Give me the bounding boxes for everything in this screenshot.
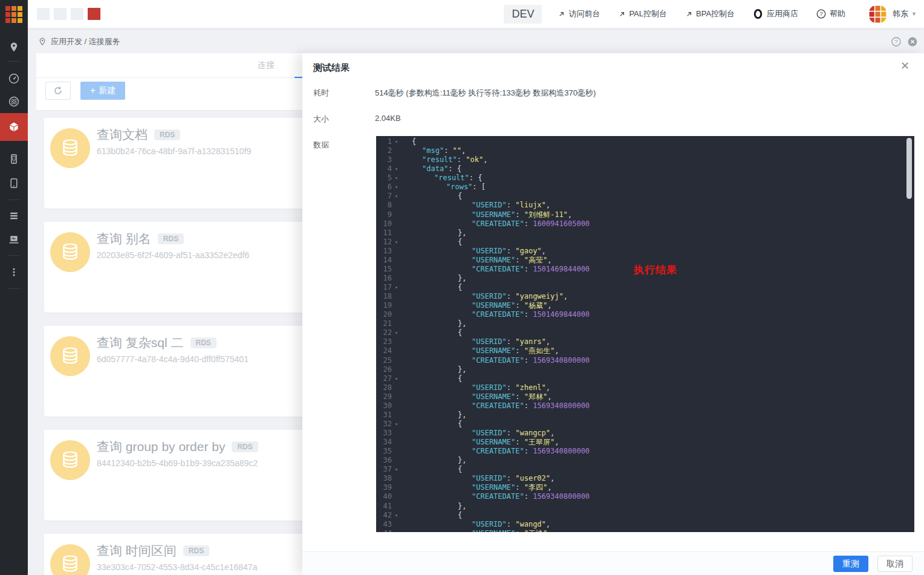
env-badge[interactable]: DEV	[504, 5, 542, 24]
code-text: "USERID": "user02",	[399, 474, 555, 483]
json-result-editor[interactable]: 1▾{2"msg": "",3"result": "ok",4▾"data": …	[376, 136, 914, 532]
tablet-icon	[8, 177, 20, 189]
refresh-button[interactable]	[45, 82, 71, 100]
fold-arrow-icon[interactable]: ▾	[395, 183, 398, 192]
avatar	[868, 5, 887, 24]
duration-label: 耗时	[313, 88, 329, 99]
code-text: "result": {	[399, 174, 482, 183]
rail-item-dashboard[interactable]	[0, 67, 28, 91]
page-help-icon[interactable]: ?	[891, 37, 901, 47]
rail-item-services-cube[interactable]	[0, 113, 28, 141]
editor-line-33: 33"USERID": "wangcp",	[376, 429, 914, 438]
data-label: 数据	[313, 140, 329, 151]
user-menu[interactable]: 韩东 ▼	[864, 5, 917, 24]
fold-arrow-icon[interactable]: ▾	[395, 374, 398, 383]
tab-connection[interactable]: 连接	[248, 60, 284, 71]
fold-arrow-icon[interactable]: ▾	[395, 420, 398, 429]
editor-lines: 1▾{2"msg": "",3"result": "ok",4▾"data": …	[376, 137, 914, 532]
line-number: 11	[376, 229, 392, 238]
code-text: "USERID": "wangd",	[399, 520, 550, 529]
help-icon: ?	[816, 9, 826, 19]
nav-link-label: PAL控制台	[629, 8, 667, 19]
editor-line-41: 41},	[376, 502, 914, 511]
code-text: "USERID": "yanrs",	[399, 337, 550, 346]
cancel-button[interactable]: 取消	[877, 556, 913, 572]
line-number: 19	[376, 301, 392, 310]
rail-item-list[interactable]	[0, 204, 28, 228]
editor-line-10: 10"CREATEDATE": 1600941605000	[376, 219, 914, 229]
line-number: 8	[376, 201, 392, 210]
fold-arrow-icon[interactable]: ▾	[395, 137, 398, 146]
retest-button[interactable]: 重测	[833, 556, 868, 572]
rail-item-monitor[interactable]	[0, 227, 28, 252]
fold-arrow-icon[interactable]: ▾	[395, 511, 398, 520]
page-corner-icons: ?	[891, 37, 917, 47]
service-icon	[50, 336, 90, 376]
app-logo[interactable]	[0, 0, 28, 28]
workspace-square-active[interactable]	[88, 8, 100, 20]
workspace-square[interactable]	[71, 8, 83, 20]
rail-item-tablet[interactable]	[0, 171, 28, 195]
rail-divider	[8, 288, 20, 289]
code-text: {	[399, 511, 462, 520]
code-text: {	[399, 374, 462, 383]
refresh-icon	[53, 86, 63, 96]
editor-line-34: 34"USERNAME": "王翠屏",	[376, 438, 914, 447]
line-number: 22	[376, 328, 392, 337]
code-text: },	[399, 274, 466, 283]
fold-arrow-icon[interactable]: ▾	[395, 283, 398, 292]
size-label: 大小	[313, 114, 329, 125]
workspace-square[interactable]	[54, 8, 67, 20]
fold-arrow-icon[interactable]: ▾	[395, 328, 398, 337]
editor-scrollbar[interactable]	[906, 138, 912, 199]
store-icon	[753, 8, 763, 19]
editor-line-18: 18"USERID": "yangweiyj",	[376, 292, 914, 301]
map-pin-icon	[8, 41, 20, 53]
chevron-down-icon: ▼	[911, 11, 917, 17]
fold-arrow-icon[interactable]: ▾	[395, 174, 398, 183]
code-text: "CREATEDATE": 1600941605000	[399, 219, 590, 229]
rail-item-more[interactable]	[0, 260, 28, 284]
workspace-square[interactable]	[37, 8, 50, 20]
rail-item-map-pin[interactable]	[0, 35, 28, 59]
editor-line-19: 19"USERNAME": "杨葳",	[376, 301, 914, 310]
apps-icon	[8, 96, 20, 108]
database-icon	[59, 241, 81, 263]
editor-line-42: 42▾{	[376, 511, 914, 520]
services-cube-icon	[8, 121, 20, 133]
editor-line-12: 12▾{	[376, 238, 914, 247]
close-icon[interactable]: ✕	[900, 59, 909, 73]
editor-line-43: 43"USERID": "wangd",	[376, 520, 914, 529]
fold-arrow-icon[interactable]: ▾	[395, 465, 398, 474]
service-title: 查询 group by order by	[97, 438, 225, 455]
line-number: 20	[376, 310, 392, 319]
fold-arrow-icon[interactable]: ▾	[395, 164, 398, 174]
help-link[interactable]: ? 帮助	[816, 8, 845, 19]
page-close-icon[interactable]	[908, 37, 917, 47]
code-text: {	[399, 328, 462, 337]
nav-link-0[interactable]: 访问前台	[558, 8, 600, 19]
line-number: 16	[376, 274, 392, 283]
editor-line-36: 36},	[376, 456, 914, 465]
location-pin-icon	[38, 37, 47, 46]
logo-grid-cell	[11, 18, 16, 23]
code-text: },	[399, 319, 466, 328]
rail-item-apps[interactable]	[0, 89, 28, 114]
nav-link-1[interactable]: PAL控制台	[618, 8, 667, 19]
nav-link-2[interactable]: BPA控制台	[685, 8, 735, 19]
code-text: "CREATEDATE": 1501469844000	[399, 310, 590, 319]
line-number: 24	[376, 346, 392, 356]
editor-line-37: 37▾{	[376, 465, 914, 474]
service-uuid: 613b0b24-76ca-48bf-9a7f-a132831510f9	[97, 146, 251, 156]
line-number: 27	[376, 374, 392, 383]
rail-item-mobile[interactable]	[0, 147, 28, 171]
new-button[interactable]: + 新建	[80, 82, 125, 100]
fold-arrow-icon[interactable]: ▾	[395, 192, 398, 201]
editor-line-39: 39"USERNAME": "李四",	[376, 483, 914, 492]
line-number: 29	[376, 392, 392, 401]
top-bar: DEV 访问前台PAL控制台BPA控制台 应用商店 ? 帮助	[28, 0, 924, 28]
fold-arrow-icon[interactable]: ▾	[395, 238, 398, 247]
code-text: "USERID": "liujx",	[399, 201, 550, 210]
editor-line-26: 26},	[376, 365, 914, 374]
app-store-link[interactable]: 应用商店	[753, 8, 798, 19]
